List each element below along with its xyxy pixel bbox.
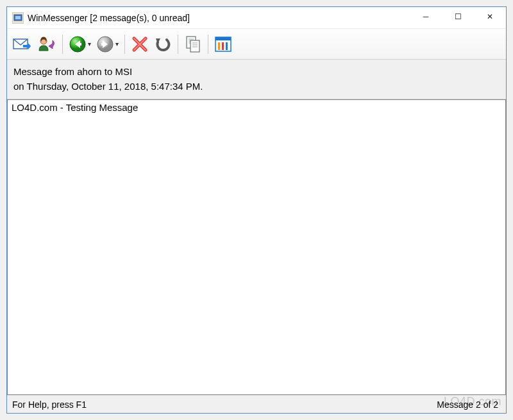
titlebar[interactable]: WinMessenger [2 message(s), 0 unread] ─ …	[7, 7, 506, 29]
next-button[interactable]: ▾	[94, 32, 121, 56]
svg-rect-19	[218, 42, 220, 50]
window-controls: ─ ☐ ✕	[410, 7, 506, 28]
svg-rect-13	[190, 40, 199, 52]
status-message-counter: Message 2 of 2	[437, 399, 501, 410]
svg-rect-20	[222, 42, 224, 50]
chevron-down-icon: ▾	[115, 40, 119, 47]
copy-icon	[184, 35, 202, 53]
next-icon	[96, 35, 114, 53]
chevron-down-icon: ▾	[88, 40, 91, 47]
toolbar-separator	[124, 35, 125, 54]
app-window: WinMessenger [2 message(s), 0 unread] ─ …	[6, 6, 507, 414]
message-text: LO4D.com - Testing Message	[12, 102, 138, 113]
maximize-button[interactable]: ☐	[442, 7, 474, 26]
toolbar: ▾ ▾	[7, 29, 506, 60]
reply-button[interactable]	[35, 32, 58, 56]
message-body[interactable]: LO4D.com - Testing Message	[7, 99, 506, 395]
close-button[interactable]: ✕	[474, 7, 506, 26]
options-button[interactable]	[212, 32, 234, 56]
message-info-bar: Message from ahorn to MSI on Thursday, O…	[7, 60, 506, 99]
svg-rect-18	[215, 37, 231, 40]
toolbar-separator	[178, 35, 178, 54]
message-from-line: Message from ahorn to MSI	[13, 65, 500, 80]
statusbar: For Help, press F1 Message 2 of 2	[7, 395, 506, 413]
svg-point-6	[42, 39, 46, 44]
toolbar-separator	[62, 35, 63, 54]
undo-icon	[154, 36, 172, 53]
window-title: WinMessenger [2 message(s), 0 unread]	[28, 13, 410, 23]
copy-button[interactable]	[182, 32, 204, 56]
new-message-button[interactable]	[11, 32, 34, 56]
status-help-text: For Help, press F1	[12, 399, 437, 410]
previous-icon	[69, 35, 87, 53]
toolbar-separator	[208, 35, 208, 54]
delete-button[interactable]	[129, 32, 151, 56]
message-date-line: on Thursday, October 11, 2018, 5:47:34 P…	[13, 80, 500, 94]
svg-rect-2	[15, 16, 21, 19]
svg-rect-21	[226, 42, 228, 50]
undo-button[interactable]	[152, 32, 174, 56]
previous-button[interactable]: ▾	[67, 32, 93, 56]
minimize-button[interactable]: ─	[410, 7, 442, 26]
new-message-icon	[13, 36, 32, 53]
reply-sender-icon	[37, 35, 56, 53]
delete-icon	[131, 36, 148, 53]
app-icon	[12, 12, 24, 24]
options-icon	[214, 36, 232, 53]
